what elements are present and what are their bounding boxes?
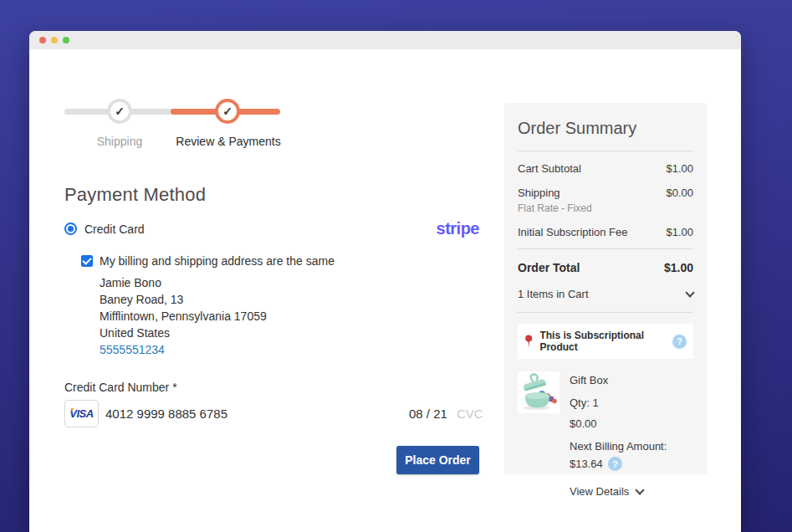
maximize-window-button[interactable] bbox=[63, 37, 69, 43]
window-titlebar bbox=[29, 31, 741, 49]
subscription-fee-row: Initial Subscription Fee $1.00 bbox=[518, 219, 693, 243]
card-cvc-input[interactable]: CVC bbox=[457, 407, 483, 421]
address-phone-link[interactable]: 5555551234 bbox=[100, 341, 267, 358]
credit-card-label[interactable]: Credit Card bbox=[84, 223, 145, 236]
product-qty: Qty: 1 bbox=[570, 396, 667, 409]
pin-icon bbox=[524, 334, 533, 349]
billing-address-block: Jamie Bono Baney Road, 13 Mifflintown, P… bbox=[100, 274, 267, 358]
billing-same-row: My billing and shipping address are the … bbox=[81, 254, 335, 268]
cart-subtotal-label: Cart Subtotal bbox=[518, 162, 581, 175]
visa-card-brand-icon: VISA bbox=[64, 400, 99, 427]
items-in-cart-label: 1 Items in Cart bbox=[518, 288, 589, 300]
subscription-product-badge: This is Subscriptional Product ? bbox=[518, 324, 693, 359]
billing-same-checkbox[interactable] bbox=[81, 255, 93, 267]
shipping-row: Shipping Flat Rate - Fixed $0.00 bbox=[518, 180, 693, 219]
card-input-row[interactable]: VISA 4012 9999 8885 6785 08 / 21 CVC bbox=[64, 400, 479, 427]
next-billing-label: Next Billing Amount: bbox=[570, 440, 667, 453]
cart-subtotal-value: $1.00 bbox=[666, 162, 693, 175]
shipping-label: Shipping bbox=[518, 187, 560, 199]
product-image bbox=[518, 371, 560, 413]
billing-same-label[interactable]: My billing and shipping address are the … bbox=[100, 254, 335, 268]
gift-box-image bbox=[518, 371, 560, 413]
items-in-cart-toggle[interactable]: 1 Items in Cart bbox=[518, 283, 693, 312]
cart-subtotal-row: Cart Subtotal $1.00 bbox=[518, 156, 693, 180]
divider bbox=[518, 312, 693, 313]
order-total-row: Order Total $1.00 bbox=[518, 249, 693, 283]
place-order-button[interactable]: Place Order bbox=[396, 446, 479, 474]
step-review-check-icon[interactable]: ✓ bbox=[215, 99, 240, 124]
step-label-shipping[interactable]: Shipping bbox=[69, 135, 170, 148]
credit-card-number-label: Credit Card Number * bbox=[64, 381, 177, 394]
close-window-button[interactable] bbox=[39, 37, 46, 43]
order-summary-panel: Order Summary Cart Subtotal $1.00 Shippi… bbox=[504, 103, 707, 474]
stripe-logo: stripe bbox=[437, 219, 479, 238]
product-price: $0.00 bbox=[570, 417, 667, 430]
minimize-window-button[interactable] bbox=[51, 37, 58, 43]
next-billing-value: $13.64 bbox=[570, 458, 603, 470]
shipping-value: $0.00 bbox=[666, 187, 693, 214]
order-total-value: $1.00 bbox=[664, 261, 693, 274]
card-number-input[interactable]: 4012 9999 8885 6785 bbox=[105, 407, 227, 421]
totals-table: Cart Subtotal $1.00 Shipping Flat Rate -… bbox=[518, 151, 693, 248]
credit-card-radio[interactable] bbox=[64, 223, 77, 235]
order-total-label: Order Total bbox=[518, 261, 580, 274]
shipping-method-label: Flat Rate - Fixed bbox=[518, 202, 592, 214]
visa-gold-accent bbox=[71, 408, 74, 412]
step-shipping-check-icon[interactable]: ✓ bbox=[107, 99, 132, 124]
page-title: Payment Method bbox=[64, 184, 206, 206]
address-street: Baney Road, 13 bbox=[100, 291, 267, 308]
view-details-label: View Details bbox=[570, 485, 629, 498]
step-label-review-payments[interactable]: Review & Payments bbox=[161, 135, 296, 148]
address-city-state-zip: Mifflintown, Pennsylvania 17059 bbox=[100, 308, 267, 325]
address-country: United States bbox=[100, 325, 267, 341]
product-name: Gift Box bbox=[570, 374, 667, 386]
question-icon[interactable]: ? bbox=[672, 335, 687, 349]
question-icon[interactable]: ? bbox=[608, 457, 622, 471]
payment-method-row: Credit Card stripe bbox=[64, 219, 479, 238]
subscription-badge-label: This is Subscriptional Product bbox=[539, 330, 666, 353]
address-name: Jamie Bono bbox=[100, 274, 267, 291]
chevron-down-icon[interactable] bbox=[685, 288, 694, 297]
card-expiry-input[interactable]: 08 / 21 bbox=[409, 407, 447, 421]
order-summary-title: Order Summary bbox=[518, 119, 693, 138]
view-details-toggle[interactable]: View Details bbox=[570, 485, 667, 498]
cart-product-item: Gift Box Qty: 1 $0.00 Next Billing Amoun… bbox=[518, 371, 693, 498]
subscription-fee-value: $1.00 bbox=[666, 226, 693, 238]
browser-window: ✓ ✓ Shipping Review & Payments Payment M… bbox=[29, 31, 741, 532]
product-details: Gift Box Qty: 1 $0.00 Next Billing Amoun… bbox=[570, 371, 667, 498]
chevron-down-icon[interactable] bbox=[636, 485, 645, 494]
subscription-fee-label: Initial Subscription Fee bbox=[518, 226, 628, 238]
